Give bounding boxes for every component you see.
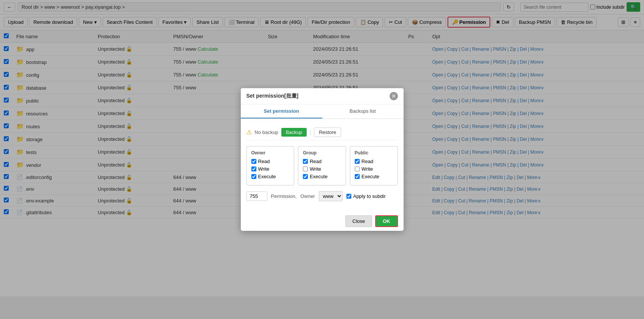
modal-body: ⚠ No backup Backup | Restore Owner Read …: [241, 119, 404, 212]
tab-set-permission[interactable]: Set permission: [241, 104, 322, 118]
group-read-text: Read: [310, 159, 321, 164]
owner-read-text: Read: [258, 159, 270, 164]
modal-close-button[interactable]: ✕: [390, 92, 398, 100]
group-execute-label: Execute: [303, 174, 341, 179]
modal-title: Set permission[批量]: [246, 93, 299, 100]
group-write-checkbox[interactable]: [303, 167, 308, 171]
group-execute-text: Execute: [310, 174, 327, 179]
modal-close-btn[interactable]: Close: [345, 215, 372, 227]
modal-footer: Close OK: [241, 212, 404, 231]
public-write-checkbox[interactable]: [355, 167, 360, 171]
modal-header: Set permission[批量] ✕: [241, 88, 404, 104]
group-group-title: Group: [303, 150, 341, 156]
owner-group-title: Owner: [251, 150, 290, 156]
owner-execute-label: Execute: [251, 174, 290, 179]
owner-label: Owner: [300, 193, 315, 199]
no-backup-text: No backup: [255, 129, 278, 135]
group-write-text: Write: [310, 166, 321, 172]
public-write-text: Write: [362, 166, 373, 172]
permission-groups: Owner Read Write Execute: [246, 146, 398, 185]
group-read-label: Read: [303, 159, 341, 164]
group-execute-checkbox[interactable]: [303, 174, 308, 179]
permission-bottom-row: Permission, Owner www Apply to subdir: [246, 191, 398, 201]
owner-write-text: Write: [258, 166, 270, 172]
modal-tabs: Set permission Backups list: [241, 104, 404, 119]
public-read-text: Read: [362, 159, 373, 164]
permission-label: Permission,: [271, 193, 297, 199]
public-read-label: Read: [355, 159, 393, 164]
owner-execute-text: Execute: [258, 174, 276, 179]
apply-subdir-text: Apply to subdir: [353, 193, 386, 199]
public-write-label: Write: [355, 166, 393, 172]
tab-backups-list[interactable]: Backups list: [322, 104, 404, 118]
public-group-title: Public: [355, 150, 393, 156]
owner-write-checkbox[interactable]: [251, 167, 256, 171]
group-write-label: Write: [303, 166, 341, 172]
apply-subdir-label: Apply to subdir: [346, 193, 386, 199]
permission-value-input[interactable]: [246, 191, 267, 201]
modal-overlay: Set permission[批量] ✕ Set permission Back…: [0, 0, 644, 296]
permission-modal: Set permission[批量] ✕ Set permission Back…: [241, 88, 404, 231]
restore-button[interactable]: Restore: [314, 128, 341, 137]
modal-ok-button[interactable]: OK: [375, 215, 398, 227]
public-execute-text: Execute: [362, 174, 379, 179]
owner-select[interactable]: www: [319, 191, 343, 201]
no-backup-icon: ⚠: [246, 129, 252, 136]
public-execute-label: Execute: [355, 174, 393, 179]
owner-group: Owner Read Write Execute: [246, 146, 295, 185]
public-execute-checkbox[interactable]: [355, 174, 360, 179]
backup-button[interactable]: Backup: [281, 128, 307, 137]
apply-subdir-checkbox[interactable]: [346, 194, 351, 199]
public-group: Public Read Write Execute: [350, 146, 398, 185]
owner-read-label: Read: [251, 159, 290, 164]
backup-row: ⚠ No backup Backup | Restore: [246, 124, 398, 140]
group-group: Group Read Write Execute: [298, 146, 346, 185]
group-read-checkbox[interactable]: [303, 159, 308, 164]
public-read-checkbox[interactable]: [355, 159, 360, 164]
owner-write-label: Write: [251, 166, 290, 172]
owner-read-checkbox[interactable]: [251, 159, 256, 164]
owner-execute-checkbox[interactable]: [251, 174, 256, 179]
